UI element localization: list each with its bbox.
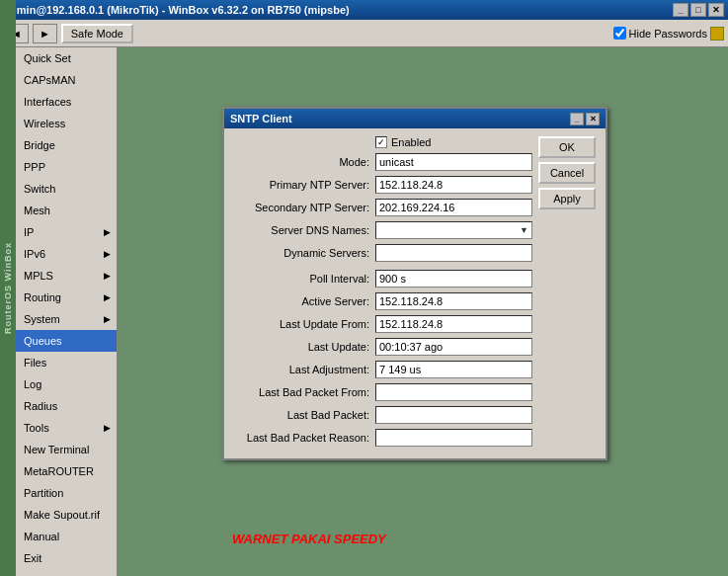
sidebar: Quick SetCAPsMANInterfacesWirelessBridge…: [0, 47, 118, 576]
field-input-9[interactable]: [375, 361, 532, 378]
main-layout: RouterOS WinBox Quick SetCAPsMANInterfac…: [0, 47, 728, 576]
content-area: SNTP Client _ ✕ ✓ Enabled Mode:Primary N…: [133, 47, 728, 576]
ok-button[interactable]: OK: [538, 136, 596, 158]
sidebar-item-queues[interactable]: Queues: [0, 330, 117, 352]
field-row-2: Secondary NTP Server:: [232, 198, 532, 217]
dialog-title-bar: SNTP Client _ ✕: [224, 109, 606, 128]
field-row-5: Poll Interval:: [232, 269, 532, 288]
sidebar-item-ip[interactable]: IP▶: [0, 221, 117, 243]
sidebar-label-new-terminal: New Terminal: [24, 444, 111, 455]
sidebar-item-log[interactable]: Log: [0, 373, 117, 395]
field-row-10: Last Bad Packet From:: [232, 382, 532, 402]
hide-passwords-label: Hide Passwords: [629, 28, 707, 40]
mpls-arrow-icon: ▶: [104, 271, 111, 281]
field-label-7: Last Update From:: [232, 318, 375, 330]
sidebar-item-metarouter[interactable]: MetaROUTER: [0, 460, 117, 482]
sidebar-item-manual[interactable]: Manual: [0, 526, 117, 547]
field-row-9: Last Adjustment:: [232, 360, 532, 379]
sidebar-item-quick-set[interactable]: Quick Set: [0, 47, 117, 69]
field-input-7[interactable]: [375, 315, 532, 333]
system-arrow-icon: ▶: [104, 314, 111, 324]
safe-mode-button[interactable]: Safe Mode: [61, 24, 133, 43]
field-input-2[interactable]: [375, 199, 532, 216]
dialog-title-text: SNTP Client: [230, 113, 292, 124]
field-label-3: Server DNS Names:: [232, 224, 375, 236]
sidebar-label-queues: Queues: [24, 335, 111, 347]
sidebar-item-exit[interactable]: Exit: [0, 547, 117, 569]
sidebar-label-ipv6: IPv6: [24, 248, 100, 260]
sidebar-item-switch[interactable]: Switch: [0, 178, 117, 200]
apply-button[interactable]: Apply: [538, 188, 596, 209]
sidebar-item-partition[interactable]: Partition: [0, 482, 117, 504]
sidebar-label-metarouter: MetaROUTER: [24, 465, 111, 477]
sidebar-label-make-supout: Make Supout.rif: [24, 509, 111, 521]
sidebar-item-ppp[interactable]: PPP: [0, 156, 117, 178]
sidebar-label-mesh: Mesh: [24, 205, 111, 216]
field-input-5[interactable]: [375, 270, 532, 288]
warning-text: WARNET PAKAI SPEEDY: [232, 532, 386, 546]
field-input-10[interactable]: [375, 383, 532, 401]
field-input-8[interactable]: [375, 338, 532, 356]
dialog-close-button[interactable]: ✕: [586, 113, 600, 125]
tools-arrow-icon: ▶: [104, 423, 111, 433]
window-title: admin@192.168.0.1 (MikroTik) - WinBox v6…: [4, 4, 350, 16]
dialog-body: ✓ Enabled Mode:Primary NTP Server:Second…: [224, 128, 606, 458]
sidebar-label-routing: Routing: [24, 291, 100, 303]
field-input-0[interactable]: [375, 153, 532, 171]
cancel-button[interactable]: Cancel: [538, 162, 596, 184]
field-input-4[interactable]: [375, 244, 532, 262]
field-dropdown-3[interactable]: ▼: [375, 221, 532, 239]
sidebar-item-tools[interactable]: Tools▶: [0, 417, 117, 439]
sidebar-label-switch: Switch: [24, 183, 111, 195]
minimize-button[interactable]: _: [673, 3, 688, 17]
sidebar-item-routing[interactable]: Routing▶: [0, 287, 117, 308]
field-label-12: Last Bad Packet Reason:: [232, 432, 375, 444]
hide-passwords-checkbox[interactable]: [613, 27, 626, 40]
close-button[interactable]: ✕: [708, 3, 724, 17]
maximize-button[interactable]: □: [690, 3, 706, 17]
field-input-1[interactable]: [375, 176, 532, 194]
routing-arrow-icon: ▶: [104, 292, 111, 302]
sidebar-item-ipv6[interactable]: IPv6▶: [0, 243, 117, 265]
field-input-11[interactable]: [375, 406, 532, 424]
field-input-12[interactable]: [375, 429, 532, 447]
sidebar-label-interfaces: Interfaces: [24, 96, 111, 108]
sidebar-item-new-terminal[interactable]: New Terminal: [0, 439, 117, 460]
sidebar-item-capsman[interactable]: CAPsMAN: [0, 69, 117, 91]
sidebar-item-mesh[interactable]: Mesh: [0, 200, 117, 221]
forward-button[interactable]: ►: [33, 24, 57, 43]
sidebar-label-mpls: MPLS: [24, 270, 100, 282]
field-input-6[interactable]: [375, 292, 532, 310]
sidebar-label-files: Files: [24, 357, 111, 369]
field-label-10: Last Bad Packet From:: [232, 386, 375, 398]
dialog-buttons: OK Cancel Apply: [538, 136, 598, 451]
sidebar-item-bridge[interactable]: Bridge: [0, 134, 117, 156]
sidebar-item-mpls[interactable]: MPLS▶: [0, 265, 117, 287]
sidebar-item-system[interactable]: System▶: [0, 308, 117, 330]
dialog-fields: ✓ Enabled Mode:Primary NTP Server:Second…: [232, 136, 532, 451]
winbox-text: RouterOS WinBox: [3, 242, 13, 334]
sidebar-item-wireless[interactable]: Wireless: [0, 113, 117, 134]
field-label-8: Last Update:: [232, 341, 375, 353]
field-label-5: Poll Interval:: [232, 273, 375, 285]
sidebar-item-radius[interactable]: Radius: [0, 395, 117, 417]
field-label-6: Active Server:: [232, 295, 375, 307]
ip-arrow-icon: ▶: [104, 227, 111, 237]
field-label-11: Last Bad Packet:: [232, 409, 375, 421]
sidebar-label-bridge: Bridge: [24, 139, 111, 151]
field-row-3: Server DNS Names:▼: [232, 220, 532, 240]
enabled-row: ✓ Enabled: [232, 136, 532, 148]
sidebar-label-capsman: CAPsMAN: [24, 74, 111, 86]
sidebar-label-manual: Manual: [24, 531, 111, 542]
sidebar-label-system: System: [24, 313, 100, 325]
sidebar-item-make-supout[interactable]: Make Supout.rif: [0, 504, 117, 526]
field-row-8: Last Update:: [232, 337, 532, 357]
enabled-checkbox[interactable]: ✓: [375, 136, 387, 148]
sidebar-item-interfaces[interactable]: Interfaces: [0, 91, 117, 113]
dialog-minimize-button[interactable]: _: [570, 113, 584, 125]
field-row-1: Primary NTP Server:: [232, 175, 532, 195]
sidebar-label-ppp: PPP: [24, 161, 111, 173]
sidebar-item-files[interactable]: Files: [0, 352, 117, 373]
field-row-11: Last Bad Packet:: [232, 405, 532, 425]
field-row-4: Dynamic Servers:: [232, 243, 532, 263]
